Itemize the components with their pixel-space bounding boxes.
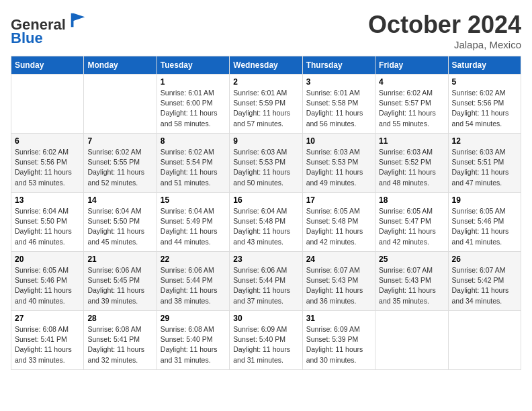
page-header: General Blue October 2024 Jalapa, Mexico — [11, 11, 521, 50]
col-header-saturday: Saturday — [448, 56, 521, 75]
week-row-5: 27Sunrise: 6:08 AMSunset: 5:41 PMDayligh… — [11, 311, 521, 370]
day-info: Sunrise: 6:05 AMSunset: 5:48 PMDaylight:… — [306, 206, 371, 247]
day-cell: 12Sunrise: 6:03 AMSunset: 5:51 PMDayligh… — [448, 134, 521, 193]
day-cell: 8Sunrise: 6:02 AMSunset: 5:54 PMDaylight… — [157, 134, 229, 193]
day-cell: 2Sunrise: 6:01 AMSunset: 5:59 PMDaylight… — [230, 75, 302, 134]
day-number: 17 — [306, 195, 371, 205]
day-cell: 13Sunrise: 6:04 AMSunset: 5:50 PMDayligh… — [11, 193, 84, 252]
day-number: 30 — [233, 314, 298, 323]
day-number: 12 — [452, 136, 517, 146]
col-header-wednesday: Wednesday — [230, 56, 302, 75]
day-number: 22 — [161, 255, 226, 264]
day-cell: 23Sunrise: 6:06 AMSunset: 5:44 PMDayligh… — [230, 252, 302, 311]
day-cell: 28Sunrise: 6:08 AMSunset: 5:41 PMDayligh… — [84, 311, 157, 370]
day-number: 4 — [379, 77, 444, 87]
day-number: 24 — [306, 255, 371, 264]
week-row-4: 20Sunrise: 6:05 AMSunset: 5:46 PMDayligh… — [11, 252, 521, 311]
day-info: Sunrise: 6:07 AMSunset: 5:43 PMDaylight:… — [306, 265, 371, 306]
day-cell: 22Sunrise: 6:06 AMSunset: 5:44 PMDayligh… — [157, 252, 229, 311]
day-cell: 6Sunrise: 6:02 AMSunset: 5:56 PMDaylight… — [11, 134, 84, 193]
day-cell: 20Sunrise: 6:05 AMSunset: 5:46 PMDayligh… — [11, 252, 84, 311]
day-cell: 3Sunrise: 6:01 AMSunset: 5:58 PMDaylight… — [302, 75, 375, 134]
day-cell: 9Sunrise: 6:03 AMSunset: 5:53 PMDaylight… — [230, 134, 302, 193]
day-info: Sunrise: 6:07 AMSunset: 5:43 PMDaylight:… — [379, 265, 444, 306]
day-number: 26 — [452, 255, 517, 264]
day-number: 18 — [379, 195, 444, 205]
day-number: 2 — [233, 77, 298, 87]
day-number: 3 — [306, 77, 371, 87]
logo: General Blue — [11, 11, 87, 46]
day-number: 21 — [87, 255, 152, 264]
day-cell: 1Sunrise: 6:01 AMSunset: 6:00 PMDaylight… — [157, 75, 229, 134]
day-info: Sunrise: 6:05 AMSunset: 5:46 PMDaylight:… — [15, 265, 80, 306]
day-cell: 19Sunrise: 6:05 AMSunset: 5:46 PMDayligh… — [448, 193, 521, 252]
day-number: 11 — [379, 136, 444, 146]
day-info: Sunrise: 6:03 AMSunset: 5:52 PMDaylight:… — [379, 147, 444, 188]
title-block: October 2024 Jalapa, Mexico — [368, 11, 521, 50]
day-number: 5 — [452, 77, 517, 87]
day-cell: 14Sunrise: 6:04 AMSunset: 5:50 PMDayligh… — [84, 193, 157, 252]
day-info: Sunrise: 6:04 AMSunset: 5:50 PMDaylight:… — [87, 206, 152, 247]
day-cell — [375, 311, 448, 370]
calendar-body: 1Sunrise: 6:01 AMSunset: 6:00 PMDaylight… — [11, 75, 521, 370]
day-number: 19 — [452, 195, 517, 205]
day-number: 23 — [233, 255, 298, 264]
day-info: Sunrise: 6:09 AMSunset: 5:40 PMDaylight:… — [233, 324, 298, 365]
day-number: 25 — [379, 255, 444, 264]
day-cell: 31Sunrise: 6:09 AMSunset: 5:39 PMDayligh… — [302, 311, 375, 370]
day-number: 16 — [233, 195, 298, 205]
day-info: Sunrise: 6:06 AMSunset: 5:45 PMDaylight:… — [87, 265, 152, 306]
day-number: 29 — [161, 314, 226, 323]
day-number: 20 — [15, 255, 80, 264]
day-info: Sunrise: 6:03 AMSunset: 5:51 PMDaylight:… — [452, 147, 517, 188]
day-cell — [448, 311, 521, 370]
svg-marker-0 — [71, 13, 85, 28]
day-info: Sunrise: 6:06 AMSunset: 5:44 PMDaylight:… — [233, 265, 298, 306]
day-cell: 27Sunrise: 6:08 AMSunset: 5:41 PMDayligh… — [11, 311, 84, 370]
day-info: Sunrise: 6:07 AMSunset: 5:42 PMDaylight:… — [452, 265, 517, 306]
col-header-sunday: Sunday — [11, 56, 84, 75]
week-row-2: 6Sunrise: 6:02 AMSunset: 5:56 PMDaylight… — [11, 134, 521, 193]
day-info: Sunrise: 6:01 AMSunset: 6:00 PMDaylight:… — [161, 88, 226, 129]
day-info: Sunrise: 6:05 AMSunset: 5:46 PMDaylight:… — [452, 206, 517, 247]
day-cell: 11Sunrise: 6:03 AMSunset: 5:52 PMDayligh… — [375, 134, 448, 193]
day-info: Sunrise: 6:05 AMSunset: 5:47 PMDaylight:… — [379, 206, 444, 247]
day-info: Sunrise: 6:08 AMSunset: 5:41 PMDaylight:… — [87, 324, 152, 365]
col-header-thursday: Thursday — [302, 56, 375, 75]
col-header-monday: Monday — [84, 56, 157, 75]
day-cell: 25Sunrise: 6:07 AMSunset: 5:43 PMDayligh… — [375, 252, 448, 311]
day-number: 9 — [233, 136, 298, 146]
day-cell: 10Sunrise: 6:03 AMSunset: 5:53 PMDayligh… — [302, 134, 375, 193]
day-info: Sunrise: 6:01 AMSunset: 5:58 PMDaylight:… — [306, 88, 371, 129]
day-cell: 18Sunrise: 6:05 AMSunset: 5:47 PMDayligh… — [375, 193, 448, 252]
day-number: 6 — [15, 136, 80, 146]
day-number: 1 — [161, 77, 226, 87]
col-header-tuesday: Tuesday — [157, 56, 229, 75]
day-cell: 21Sunrise: 6:06 AMSunset: 5:45 PMDayligh… — [84, 252, 157, 311]
day-number: 13 — [15, 195, 80, 205]
day-cell: 24Sunrise: 6:07 AMSunset: 5:43 PMDayligh… — [302, 252, 375, 311]
day-info: Sunrise: 6:02 AMSunset: 5:55 PMDaylight:… — [87, 147, 152, 188]
day-info: Sunrise: 6:02 AMSunset: 5:57 PMDaylight:… — [379, 88, 444, 129]
col-header-friday: Friday — [375, 56, 448, 75]
week-row-3: 13Sunrise: 6:04 AMSunset: 5:50 PMDayligh… — [11, 193, 521, 252]
day-info: Sunrise: 6:02 AMSunset: 5:56 PMDaylight:… — [15, 147, 80, 188]
day-number: 31 — [306, 314, 371, 323]
day-info: Sunrise: 6:01 AMSunset: 5:59 PMDaylight:… — [233, 88, 298, 129]
day-info: Sunrise: 6:04 AMSunset: 5:50 PMDaylight:… — [15, 206, 80, 247]
day-number: 14 — [87, 195, 152, 205]
day-info: Sunrise: 6:04 AMSunset: 5:48 PMDaylight:… — [233, 206, 298, 247]
day-info: Sunrise: 6:08 AMSunset: 5:41 PMDaylight:… — [15, 324, 80, 365]
calendar-header-row: SundayMondayTuesdayWednesdayThursdayFrid… — [11, 56, 521, 75]
day-info: Sunrise: 6:03 AMSunset: 5:53 PMDaylight:… — [306, 147, 371, 188]
day-info: Sunrise: 6:02 AMSunset: 5:54 PMDaylight:… — [161, 147, 226, 188]
day-info: Sunrise: 6:08 AMSunset: 5:40 PMDaylight:… — [161, 324, 226, 365]
logo-blue: Blue — [11, 30, 43, 46]
day-number: 7 — [87, 136, 152, 146]
day-info: Sunrise: 6:04 AMSunset: 5:49 PMDaylight:… — [161, 206, 226, 247]
calendar-table: SundayMondayTuesdayWednesdayThursdayFrid… — [11, 56, 521, 370]
day-cell: 30Sunrise: 6:09 AMSunset: 5:40 PMDayligh… — [230, 311, 302, 370]
day-cell: 5Sunrise: 6:02 AMSunset: 5:56 PMDaylight… — [448, 75, 521, 134]
location: Jalapa, Mexico — [368, 39, 521, 50]
day-number: 27 — [15, 314, 80, 323]
